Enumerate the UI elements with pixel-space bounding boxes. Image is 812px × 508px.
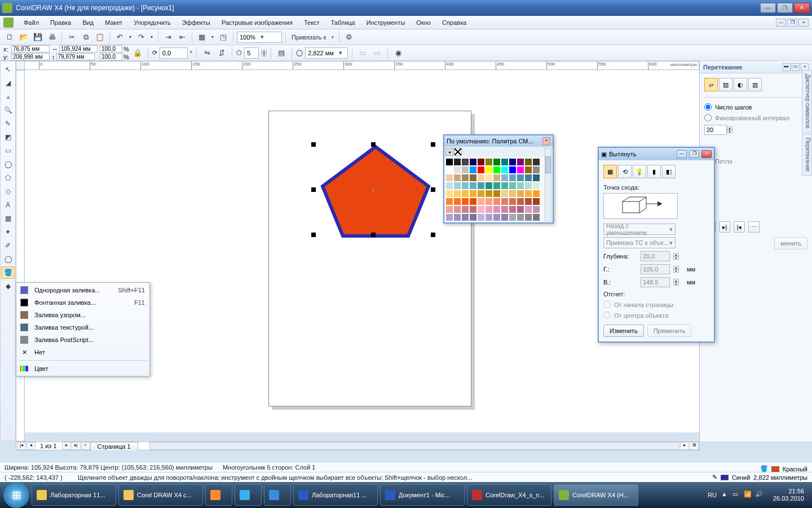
extrude-rotation-tab-icon[interactable]: ⟲ bbox=[618, 165, 632, 178]
next-page-button[interactable]: ▸ bbox=[62, 442, 71, 450]
taskbar-item[interactable]: Лабораторная11 ... bbox=[293, 484, 378, 506]
blend-accel-tab-icon[interactable]: ▨ bbox=[719, 78, 732, 91]
no-color-swatch[interactable] bbox=[454, 148, 462, 156]
menu-item[interactable]: Заливка PostScript... bbox=[17, 334, 148, 346]
menu-item[interactable]: Фонтанная заливка...F11 bbox=[17, 296, 148, 309]
color-swatch[interactable] bbox=[477, 158, 485, 166]
add-page-button[interactable]: + bbox=[81, 442, 90, 450]
color-swatch[interactable] bbox=[493, 190, 501, 198]
color-swatch[interactable] bbox=[532, 198, 540, 205]
navigator-button[interactable]: ⊞ bbox=[690, 442, 699, 450]
menu-window[interactable]: Окно bbox=[411, 17, 436, 28]
color-swatch[interactable] bbox=[532, 190, 540, 198]
taskbar-item[interactable]: CorelDraw_X4_s_n... bbox=[467, 484, 551, 506]
color-palette-window[interactable]: По умолчанию: Палитра СМ... × ◂ bbox=[443, 134, 554, 224]
horizontal-scrollbar[interactable] bbox=[149, 442, 679, 450]
selection-handle[interactable] bbox=[431, 187, 435, 192]
extrude-titlebar[interactable]: ▣ Вытянуть — ❐ × bbox=[599, 148, 714, 160]
palette-titlebar[interactable]: По умолчанию: Палитра СМ... × bbox=[444, 135, 553, 147]
color-swatch[interactable] bbox=[509, 166, 517, 174]
color-swatch[interactable] bbox=[524, 213, 532, 221]
color-swatch[interactable] bbox=[509, 182, 517, 190]
extrude-bevel-tab-icon[interactable]: ◧ bbox=[662, 165, 676, 178]
extrude-maximize-button[interactable]: ❐ bbox=[689, 150, 699, 158]
blend-steps-tab-icon[interactable]: ▱ bbox=[704, 78, 718, 91]
color-swatch[interactable] bbox=[445, 182, 453, 190]
wrap-icon[interactable]: ▤ bbox=[275, 47, 288, 59]
extrude-light-tab-icon[interactable]: 💡 bbox=[633, 165, 646, 178]
new-icon[interactable]: 🗋 bbox=[3, 31, 16, 43]
color-swatch[interactable] bbox=[485, 198, 493, 205]
lock-ratio-icon[interactable]: 🔒 bbox=[131, 47, 144, 59]
color-swatch[interactable] bbox=[501, 205, 509, 213]
paste-icon[interactable]: 📋 bbox=[94, 31, 106, 43]
to-back-icon[interactable]: ▭ bbox=[371, 47, 383, 59]
palette-scroll-left-icon[interactable]: ◂ bbox=[445, 148, 453, 156]
extrude-edit-button[interactable]: Изменить bbox=[603, 325, 644, 337]
color-swatch[interactable] bbox=[501, 174, 509, 182]
color-swatch[interactable] bbox=[493, 198, 501, 205]
steps-input[interactable] bbox=[704, 125, 727, 135]
page-tab[interactable]: Страница 1 bbox=[90, 442, 138, 450]
menu-item[interactable]: ✕Нет bbox=[17, 346, 148, 358]
taskbar-item[interactable]: CorelDRAW X4 (Н... bbox=[554, 484, 638, 506]
extrude-color-tab-icon[interactable]: ▮ bbox=[647, 165, 661, 178]
menu-item[interactable]: Заливка текстурой... bbox=[17, 321, 148, 334]
color-swatch[interactable] bbox=[532, 174, 540, 182]
zoom-combo[interactable]: 100% ▾ bbox=[237, 32, 282, 43]
x-input[interactable] bbox=[11, 45, 50, 52]
extrude-minimize-button[interactable]: — bbox=[677, 150, 687, 158]
fixed-option[interactable]: Фиксированный интервал bbox=[704, 114, 807, 121]
fill-swatch[interactable] bbox=[771, 466, 779, 472]
menu-table[interactable]: Таблица bbox=[325, 17, 361, 28]
color-swatch[interactable] bbox=[453, 158, 461, 166]
color-swatch[interactable] bbox=[485, 205, 493, 213]
color-swatch[interactable] bbox=[524, 182, 532, 190]
undo-dropdown-icon[interactable]: ▼ bbox=[127, 31, 133, 43]
mirror-h-icon[interactable]: ⇋ bbox=[201, 47, 213, 59]
last-page-button[interactable]: ▸| bbox=[72, 442, 81, 450]
zoom-tool-icon[interactable]: 🔍 bbox=[1, 104, 15, 116]
color-swatch[interactable] bbox=[445, 190, 453, 198]
color-swatch[interactable] bbox=[517, 198, 524, 205]
color-swatch[interactable] bbox=[477, 174, 485, 182]
color-swatch[interactable] bbox=[532, 213, 540, 221]
color-swatch[interactable] bbox=[517, 190, 524, 198]
rectangle-tool-icon[interactable]: ▭ bbox=[1, 144, 15, 157]
interactive-tool-icon[interactable]: ✦ bbox=[1, 226, 15, 238]
first-page-button[interactable]: |◂ bbox=[17, 442, 26, 450]
vanish-lock-combo[interactable]: Привязка ТС к объе...▾ bbox=[603, 237, 676, 248]
color-swatch[interactable] bbox=[453, 190, 461, 198]
extrude-docker-window[interactable]: ▣ Вытянуть — ❐ × ▦ ⟲ 💡 ▮ ◧ Точка схода: … bbox=[598, 147, 715, 343]
taskbar-item[interactable]: Документ1 - Mic... bbox=[380, 484, 465, 506]
taskbar-item[interactable]: Лабораторная 11... bbox=[32, 484, 116, 506]
redo-icon[interactable]: ↷ bbox=[135, 31, 147, 43]
launch-dropdown-icon[interactable]: ▼ bbox=[210, 31, 215, 43]
color-swatch[interactable] bbox=[485, 213, 493, 221]
color-swatch[interactable] bbox=[461, 213, 469, 221]
convert-curves-icon[interactable]: ◉ bbox=[392, 47, 404, 59]
ruler-corner[interactable] bbox=[16, 61, 25, 70]
color-swatch[interactable] bbox=[461, 198, 469, 205]
color-swatch[interactable] bbox=[461, 166, 469, 174]
menu-item[interactable]: Однородная заливка...Shift+F11 bbox=[17, 284, 148, 296]
color-swatch[interactable] bbox=[509, 158, 517, 166]
menu-bitmaps[interactable]: Растровые изображения bbox=[216, 17, 298, 28]
taskbar-item[interactable] bbox=[205, 484, 232, 506]
ellipse-tool-icon[interactable]: ◯ bbox=[1, 158, 15, 170]
color-swatch[interactable] bbox=[532, 158, 540, 166]
color-swatch[interactable] bbox=[469, 190, 477, 198]
color-swatch[interactable] bbox=[524, 166, 532, 174]
tray-flag-icon[interactable]: ▭ bbox=[732, 491, 742, 500]
end-obj-btn-icon[interactable]: |◂ bbox=[734, 221, 745, 233]
color-swatch[interactable] bbox=[524, 198, 532, 205]
docker-collapse-button[interactable]: ▸▸ bbox=[783, 63, 791, 71]
color-swatch[interactable] bbox=[501, 158, 509, 166]
palette-close-button[interactable]: × bbox=[542, 137, 550, 145]
close-button[interactable]: ✕ bbox=[794, 3, 810, 13]
height-input[interactable] bbox=[56, 53, 95, 60]
color-swatch[interactable] bbox=[509, 174, 517, 182]
side-tab-blend[interactable]: Перетекание bbox=[802, 134, 812, 176]
steps-radio[interactable] bbox=[704, 103, 712, 111]
welcome-icon[interactable]: ◳ bbox=[217, 31, 230, 43]
